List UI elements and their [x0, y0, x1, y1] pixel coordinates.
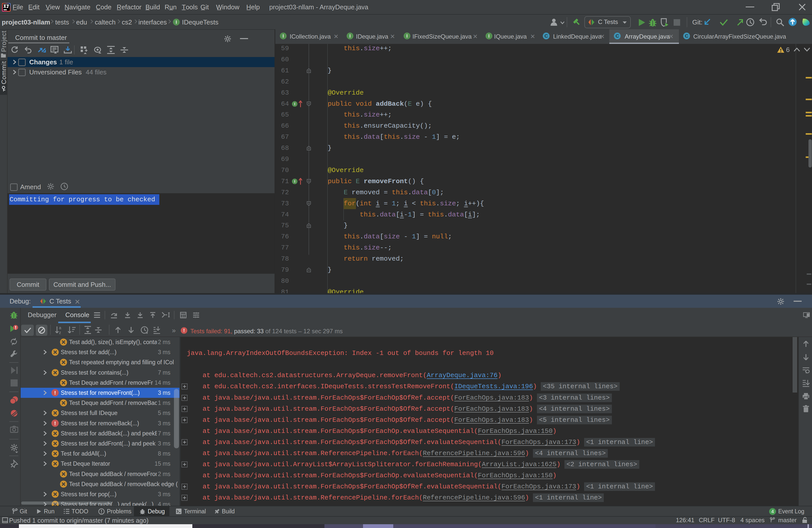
- svg-text:a: a: [59, 326, 61, 330]
- svg-text:z: z: [59, 330, 61, 334]
